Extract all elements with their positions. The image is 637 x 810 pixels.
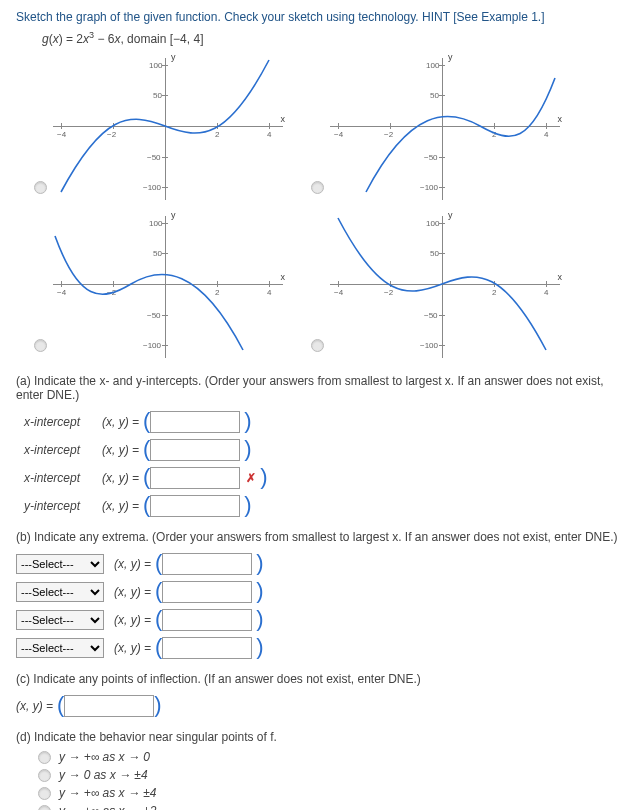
extrema-input-2[interactable] bbox=[162, 609, 252, 631]
intercept-input-1[interactable] bbox=[150, 439, 240, 461]
intercept-input-0[interactable] bbox=[150, 411, 240, 433]
part-c-input[interactable] bbox=[64, 695, 154, 717]
extrema-select-3[interactable]: ---Select--- bbox=[16, 638, 104, 658]
part-c-xy: (x, y) = bbox=[16, 699, 53, 713]
plot-3: −4−224 10050−50−100 yx bbox=[53, 212, 283, 362]
part-d-radio-1[interactable] bbox=[38, 769, 51, 782]
extrema-select-2[interactable]: ---Select--- bbox=[16, 610, 104, 630]
plot-2: −4−224 10050−50−100 yx bbox=[330, 54, 560, 204]
intercept-input-3[interactable] bbox=[150, 495, 240, 517]
part-a-prompt: (a) Indicate the x- and y-intercepts. (O… bbox=[16, 374, 621, 402]
part-c-prompt: (c) Indicate any points of inflection. (… bbox=[16, 672, 621, 686]
xy-label: (x, y) = bbox=[114, 613, 151, 627]
extrema-input-3[interactable] bbox=[162, 637, 252, 659]
instructions: Sketch the graph of the given function. … bbox=[16, 10, 621, 24]
part-b-prompt: (b) Indicate any extrema. (Order your an… bbox=[16, 530, 621, 544]
xy-label: (x, y) = bbox=[102, 443, 139, 457]
xy-label: (x, y) = bbox=[102, 499, 139, 513]
graph-choices: −4−224 10050−50−100 yx −4−224 10050−50−1… bbox=[34, 54, 621, 362]
extrema-input-0[interactable] bbox=[162, 553, 252, 575]
part-d-radio-2[interactable] bbox=[38, 787, 51, 800]
part-d-radio-0[interactable] bbox=[38, 751, 51, 764]
part-d-radio-3[interactable] bbox=[38, 805, 51, 811]
xy-label: (x, y) = bbox=[102, 415, 139, 429]
xy-label: (x, y) = bbox=[114, 641, 151, 655]
intercept-label: y-intercept bbox=[24, 499, 102, 513]
graph-radio-2[interactable] bbox=[311, 181, 324, 194]
intercept-label: x-intercept bbox=[24, 471, 102, 485]
xy-label: (x, y) = bbox=[114, 585, 151, 599]
xy-label: (x, y) = bbox=[114, 557, 151, 571]
part-d-option-text-0: y → +∞ as x → 0 bbox=[59, 750, 150, 764]
intercept-label: x-intercept bbox=[24, 443, 102, 457]
intercept-input-2[interactable] bbox=[150, 467, 240, 489]
part-d-option-text-2: y → +∞ as x → ±4 bbox=[59, 786, 156, 800]
part-d-prompt: (d) Indicate the behavior near singular … bbox=[16, 730, 621, 744]
wrong-icon: ✗ bbox=[246, 471, 256, 485]
graph-radio-1[interactable] bbox=[34, 181, 47, 194]
plot-1: −4−224 10050−50−100 yx bbox=[53, 54, 283, 204]
graph-radio-3[interactable] bbox=[34, 339, 47, 352]
plot-4: −4−224 10050−50−100 yx bbox=[330, 212, 560, 362]
graph-radio-4[interactable] bbox=[311, 339, 324, 352]
xy-label: (x, y) = bbox=[102, 471, 139, 485]
part-d-option-text-1: y → 0 as x → ±4 bbox=[59, 768, 148, 782]
extrema-input-1[interactable] bbox=[162, 581, 252, 603]
function-def: g(x) = 2x3 − 6x, domain [−4, 4] bbox=[42, 30, 621, 46]
part-d-option-text-3: y → +∞ as x → ±2 bbox=[59, 804, 156, 810]
extrema-select-0[interactable]: ---Select--- bbox=[16, 554, 104, 574]
intercept-label: x-intercept bbox=[24, 415, 102, 429]
extrema-select-1[interactable]: ---Select--- bbox=[16, 582, 104, 602]
